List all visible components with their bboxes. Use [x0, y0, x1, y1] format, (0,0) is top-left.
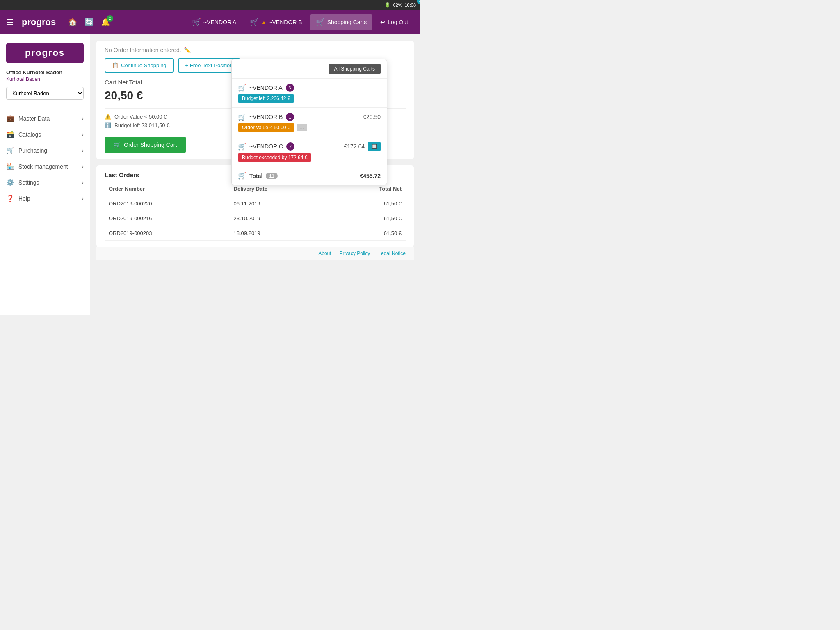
sidebar-item-label: Purchasing: [18, 147, 47, 154]
vendor-a-badge: 3: [286, 84, 294, 92]
vendor-c-row: 🛒 ~VENDOR C 7 €172.64 🔲 Budget exceeded …: [232, 137, 387, 167]
vendor-a-budget-badge: Budget left 2.236,42 €: [238, 94, 294, 103]
privacy-link[interactable]: Privacy Policy: [340, 251, 370, 256]
sidebar-user-name: Office Kurhotel Baden: [0, 69, 90, 76]
vendor-c-exceeded-badge: Budget exceeded by 172,64 €: [238, 153, 311, 162]
vendor-b-price: €20.50: [363, 114, 381, 120]
vendor-a-row-top: 🛒 ~VENDOR A 3: [238, 84, 381, 92]
info-text: Budget left 23.011,50 €: [114, 122, 169, 128]
sidebar-item-master-data[interactable]: 💼 Master Data ›: [0, 110, 90, 126]
continue-shopping-button[interactable]: 📋 Continue Shopping: [105, 58, 174, 73]
battery-icon: 🔋: [385, 2, 390, 8]
orders-table: Order Number Delivery Date Total Net ORD…: [105, 183, 406, 241]
vendor-b-badge: 1: [286, 113, 294, 121]
total-row: 🛒 Total 11 €455.72: [232, 167, 387, 185]
time-display: 10:08: [404, 2, 416, 7]
free-text-button[interactable]: + Free-Text Position: [178, 58, 240, 73]
vendor-b-label: ~VENDOR B: [269, 19, 302, 25]
vendor-a-badge-row: Budget left 2.236,42 €: [238, 94, 381, 103]
shopping-carts-icon: 🛒: [316, 18, 325, 27]
notifications-button[interactable]: 🔔 2: [101, 18, 110, 27]
sidebar: progros Office Kurhotel Baden Kurhotel B…: [0, 34, 90, 315]
table-row: ORD2019-000216 23.10.2019 61,50 €: [105, 211, 406, 226]
location-select[interactable]: Kurhotel Baden: [6, 87, 84, 100]
sidebar-item-label: Master Data: [18, 115, 50, 122]
total-left: 🛒 Total 11: [238, 172, 278, 180]
vendor-b-left: 🛒 ~VENDOR B 1: [238, 113, 294, 121]
shopping-carts-button[interactable]: 🛒 3 Shopping Carts: [310, 14, 373, 30]
hamburger-icon[interactable]: ☰: [6, 17, 14, 27]
vendor-c-action-button[interactable]: 🔲: [368, 142, 381, 151]
sidebar-item-purchasing[interactable]: 🛒 Purchasing ›: [0, 142, 90, 158]
sidebar-logo-text: progros: [25, 48, 65, 58]
sidebar-item-label: Help: [18, 195, 30, 202]
total-net-cell: 61,50 €: [331, 226, 406, 241]
sidebar-item-catalogs[interactable]: 🗃️ Catalogs ›: [0, 126, 90, 142]
battery-level: 62%: [393, 2, 402, 7]
vendor-b-dots-button[interactable]: ...: [297, 124, 307, 131]
vendor-b-row-top: 🛒 ~VENDOR B 1 €20.50: [238, 113, 381, 121]
vendor-b-button[interactable]: 🛒 ▲ ~VENDOR B: [244, 14, 308, 30]
legal-link[interactable]: Legal Notice: [378, 251, 406, 256]
chevron-icon: ›: [82, 148, 84, 153]
col-total-net: Total Net: [331, 183, 406, 196]
warning-icon: ⚠️: [105, 114, 111, 120]
chevron-icon: ›: [82, 164, 84, 169]
col-delivery-date: Delivery Date: [230, 183, 331, 196]
sidebar-select-wrap: Kurhotel Baden: [0, 87, 90, 106]
vendor-c-price: €172.64: [344, 143, 365, 150]
notifications-badge: 2: [107, 15, 113, 22]
nav-brand: progros: [22, 17, 56, 27]
delivery-date-cell: 23.10.2019: [230, 211, 331, 226]
sidebar-item-settings[interactable]: ⚙️ Settings ›: [0, 174, 90, 190]
vendor-c-badge-row: Budget exceeded by 172,64 €: [238, 153, 381, 162]
vendor-a-row: 🛒 ~VENDOR A 3 Budget left 2.236,42 €: [232, 79, 387, 108]
delivery-date-cell: 06.11.2019: [230, 196, 331, 211]
vendor-c-row-top: 🛒 ~VENDOR C 7 €172.64 🔲: [238, 142, 381, 151]
vendor-b-badge-icon: ▲: [261, 19, 266, 25]
sidebar-item-help[interactable]: ❓ Help ›: [0, 190, 90, 206]
order-number-cell: ORD2019-000220: [105, 196, 230, 211]
vendor-c-left: 🛒 ~VENDOR C 7: [238, 142, 294, 151]
vendor-c-badge: 7: [286, 142, 294, 151]
order-shopping-cart-button[interactable]: 🛒 Order Shopping Cart: [105, 137, 186, 153]
sidebar-item-label: Settings: [18, 179, 39, 186]
warning-text: Order Value < 50,00 €: [114, 114, 167, 120]
table-row: ORD2019-000220 06.11.2019 61,50 €: [105, 196, 406, 211]
total-count-badge: 11: [266, 173, 277, 179]
vendor-b-cart-icon: 🛒: [250, 18, 259, 27]
logout-button[interactable]: ↩ Log Out: [374, 16, 414, 29]
no-order-text: No Order Information entered.: [105, 47, 181, 53]
stock-icon: 🏪: [6, 162, 14, 170]
col-order-number: Order Number: [105, 183, 230, 196]
sidebar-item-stock-management[interactable]: 🏪 Stock management ›: [0, 158, 90, 174]
about-link[interactable]: About: [318, 251, 331, 256]
vendor-a-name: ~VENDOR A: [249, 84, 283, 91]
order-cart-icon: 🛒: [114, 142, 121, 148]
sidebar-item-label: Stock management: [18, 163, 68, 170]
edit-icon: ✏️: [184, 47, 191, 53]
delivery-date-cell: 18.09.2019: [230, 226, 331, 241]
vendor-a-cart-icon: 🛒: [192, 18, 201, 27]
chevron-icon: ›: [82, 180, 84, 185]
continue-shopping-label: Continue Shopping: [121, 62, 167, 68]
purchasing-icon: 🛒: [6, 146, 14, 154]
nav-right: 🛒 ~VENDOR A 🛒 ▲ ~VENDOR B 🛒 3 Shopping C…: [186, 14, 414, 30]
vendor-a-button[interactable]: 🛒 ~VENDOR A: [186, 14, 242, 30]
order-button-label: Order Shopping Cart: [124, 142, 177, 148]
total-net-cell: 61,50 €: [331, 211, 406, 226]
no-order-info: No Order Information entered. ✏️: [105, 47, 406, 58]
vendor-c-cart-icon: 🛒: [238, 143, 246, 151]
total-label: Total: [249, 173, 262, 179]
nav-header: ☰ progros 🏠 🔄 🔔 2 🛒 ~VENDOR A 🛒 ▲ ~VENDO…: [0, 10, 420, 34]
main-layout: progros Office Kurhotel Baden Kurhotel B…: [0, 34, 420, 315]
free-text-label: + Free-Text Position: [185, 62, 233, 68]
shopping-carts-label: Shopping Carts: [327, 19, 367, 25]
nav-icons: 🏠 🔄 🔔 2: [68, 18, 110, 27]
catalogs-icon: 🗃️: [6, 130, 14, 138]
all-shopping-carts-button[interactable]: All Shopping Carts: [329, 64, 381, 74]
refresh-button[interactable]: 🔄: [84, 18, 94, 27]
home-button[interactable]: 🏠: [68, 18, 77, 27]
logout-icon: ↩: [380, 19, 385, 25]
page-footer: About Privacy Policy Legal Notice: [96, 247, 414, 260]
